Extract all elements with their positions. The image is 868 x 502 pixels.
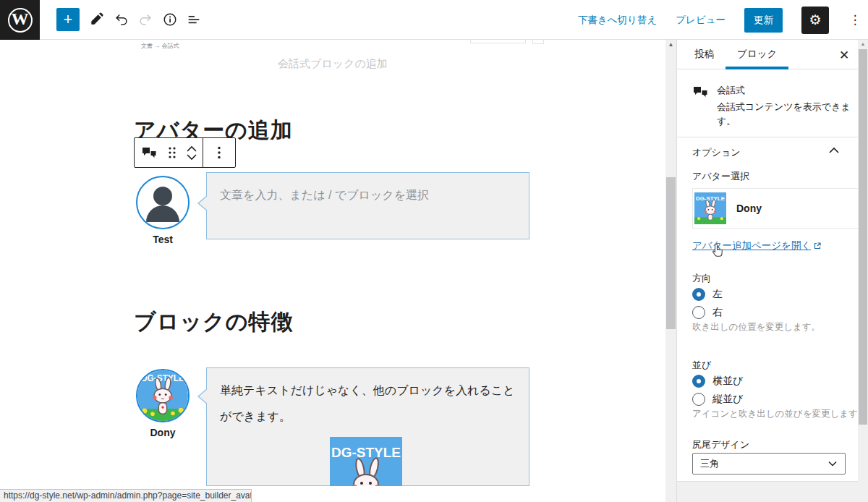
preview-link[interactable]: プレビュー — [676, 14, 726, 27]
chevron-down-icon — [827, 460, 838, 467]
edit-tool-button[interactable] — [88, 11, 105, 28]
switch-to-draft-link[interactable]: 下書きへ切り替え — [578, 14, 657, 27]
svg-text:DG-STYLE: DG-STYLE — [696, 195, 725, 202]
undo-button[interactable] — [113, 11, 130, 28]
speech-bubble-input[interactable]: 文章を入力、または / でブロックを選択 — [206, 172, 529, 239]
browser-status-url: https://dg-style.net/wp-admin/admin.php?… — [0, 489, 252, 502]
list-view-icon — [186, 12, 202, 27]
direction-help-text: 吹き出しの位置を変更します。 — [692, 321, 820, 333]
speech-bubbles-icon — [692, 83, 709, 101]
canvas-scrollbar[interactable]: ▲ — [665, 40, 676, 502]
tail-design-select[interactable]: 三角 — [692, 453, 846, 475]
dg-style-inline-image[interactable]: DG-STYLE — [330, 437, 402, 486]
avatar-select-box[interactable]: DG-STYLE Dony — [692, 188, 859, 229]
radio-label: 横並び — [712, 375, 743, 388]
arrange-horizontal-radio[interactable]: 横並び — [692, 375, 743, 388]
arrange-vertical-radio[interactable]: 縦並び — [692, 393, 743, 406]
avatar-thumbnail: DG-STYLE — [694, 192, 726, 224]
radio-label: 左 — [712, 288, 723, 301]
radio-label: 縦並び — [712, 393, 743, 406]
list-view-button[interactable] — [185, 11, 203, 28]
canvas-scrollbar-thumb[interactable] — [666, 177, 676, 329]
direction-label: 方向 — [692, 272, 711, 285]
editor-canvas: 文書 → 会話式 会話式ブロックの追加 アバターの追加 — [0, 40, 665, 486]
scroll-up-arrow-icon[interactable]: ▲ — [665, 41, 676, 48]
block-placeholder-text: 文章を入力、または / でブロックを選択 — [220, 188, 429, 203]
speech-bubbles-icon — [140, 144, 158, 161]
link-text: アバター追加ページを開く — [692, 239, 811, 252]
close-sidebar-button[interactable]: ✕ — [836, 47, 852, 63]
radio-selected-icon — [692, 288, 705, 301]
tab-post[interactable]: 投稿 — [683, 40, 726, 69]
speech-bubble-content[interactable]: 単純テキストだけじゃなく、他のブロックを入れることができます。 DG-STYLE — [206, 367, 529, 486]
open-avatar-page-link[interactable]: アバター追加ページを開く — [692, 239, 822, 252]
undo-icon — [114, 12, 129, 27]
avatar-select-label: アバター選択 — [692, 170, 749, 183]
radio-unselected-icon — [692, 393, 705, 406]
editor-header: W + — [0, 0, 868, 40]
tail-design-label: 尻尾デザイン — [692, 438, 749, 451]
redo-button[interactable] — [137, 11, 154, 28]
pencil-icon — [89, 12, 103, 27]
radio-unselected-icon — [692, 306, 705, 319]
arrange-label: 並び — [692, 359, 711, 372]
wordpress-w-icon: W — [8, 8, 33, 33]
select-value: 三角 — [700, 457, 719, 470]
update-button[interactable]: 更新 — [744, 8, 783, 33]
options-kebab-button[interactable]: ⋮ — [848, 12, 862, 27]
dg-style-image-graphic: DG-STYLE — [330, 437, 402, 486]
block-type-button[interactable] — [135, 138, 163, 167]
scroll-up-arrow-icon[interactable]: ▲ — [858, 41, 868, 46]
radio-label: 右 — [712, 306, 723, 319]
gear-icon: ⚙ — [809, 12, 821, 28]
person-silhouette-icon — [137, 177, 188, 228]
settings-sidebar: 投稿 ブロック ✕ 会話式 会話式コンテンツを表示できます。 オプション アバタ… — [676, 40, 868, 502]
options-panel-header[interactable]: オプション — [677, 137, 859, 166]
heading-block-features[interactable]: ブロックの特徴 — [134, 307, 294, 337]
block-card-description: 会話式コンテンツを表示できます。 — [717, 100, 851, 129]
bubble-paragraph[interactable]: 単純テキストだけじゃなく、他のブロックを入れることができます。 — [220, 378, 519, 430]
clipped-popover-fragment — [532, 40, 544, 44]
block-move-buttons[interactable] — [181, 138, 203, 167]
clipped-popover-fragment — [470, 40, 526, 43]
avatar-test-image — [136, 176, 190, 229]
sidebar-scrollbar-thumb[interactable] — [859, 49, 867, 425]
wordpress-logo[interactable]: W — [0, 0, 40, 40]
details-button[interactable] — [161, 11, 179, 28]
bubble-tail-inner — [199, 388, 208, 404]
header-actions: 下書きへ切り替え プレビュー 更新 ⚙ ⋮ — [578, 0, 862, 40]
sidebar-tabs: 投稿 ブロック — [677, 40, 859, 69]
block-info-card: 会話式 会話式コンテンツを表示できます。 — [677, 69, 859, 137]
sidebar-footer — [677, 482, 859, 502]
settings-gear-button[interactable]: ⚙ — [801, 7, 829, 34]
bubble-tail-inner — [199, 195, 208, 211]
move-down-icon — [186, 153, 197, 161]
dg-style-avatar-graphic: DG-STYLE — [137, 370, 188, 421]
direction-right-radio[interactable]: 右 — [692, 306, 723, 319]
add-block-button[interactable]: + — [56, 8, 80, 31]
radio-selected-icon — [692, 375, 705, 388]
conversation-avatar-dony[interactable]: DG-STYLE Dony — [134, 369, 192, 438]
block-toolbar — [134, 137, 236, 168]
tab-block[interactable]: ブロック — [726, 40, 788, 69]
conversation-avatar-test[interactable]: Test — [134, 176, 192, 245]
post-title[interactable]: 会話式ブロックの追加 — [134, 57, 532, 71]
avatar-dony-image: DG-STYLE — [136, 369, 190, 422]
block-breadcrumb: 文書 → 会話式 — [141, 42, 179, 50]
block-card-title: 会話式 — [717, 84, 745, 97]
info-icon — [162, 12, 178, 27]
sidebar-scrollbar[interactable]: ▲ — [858, 40, 868, 502]
selected-avatar-name: Dony — [736, 203, 762, 214]
options-panel-title: オプション — [692, 146, 741, 159]
external-link-icon — [813, 242, 822, 250]
wordpress-block-editor: W + — [0, 0, 868, 502]
block-options-button[interactable] — [203, 138, 235, 167]
drag-dots-icon — [167, 145, 177, 160]
redo-icon — [137, 12, 153, 27]
chevron-up-icon — [828, 146, 840, 155]
drag-handle[interactable] — [163, 138, 181, 167]
direction-left-radio[interactable]: 左 — [692, 288, 723, 301]
kebab-icon — [218, 146, 221, 159]
arrange-help-text: アイコンと吹き出しの並びを変更します。 — [692, 408, 867, 420]
move-up-icon — [186, 145, 197, 153]
